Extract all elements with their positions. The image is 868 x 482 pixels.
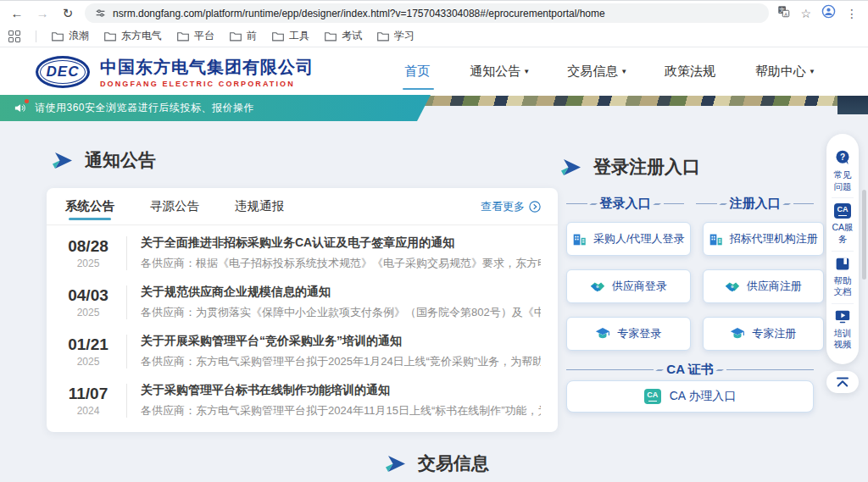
video-play-icon	[834, 309, 851, 324]
collapse-panel-button[interactable]	[826, 371, 859, 393]
trade-info-section-title: 交易信息	[386, 452, 489, 475]
section-arrow-icon	[561, 159, 581, 175]
company-name-en: DONGFANG ELECTRIC CORPORATION	[100, 80, 314, 88]
bookmark-folder[interactable]: 前	[230, 29, 257, 43]
login-register-column-headers: 登录入口 注册入口	[566, 196, 814, 212]
announcement-summary: 各供应商：东方电气采购管理平台拟于2024年11月15日上线“标书在线制作”功能…	[141, 403, 541, 418]
folder-icon	[104, 31, 116, 42]
tab-violation-reports[interactable]: 违规通报	[233, 189, 286, 224]
folder-icon	[377, 31, 389, 42]
purchaser-agent-login-button[interactable]: 采购人/代理人登录	[566, 222, 691, 256]
supplier-login-button[interactable]: 供应商登录	[566, 269, 691, 303]
announcement-date: 01/21 2025	[64, 335, 113, 368]
announcement-row[interactable]: 08/28 2025 关于全面推进非招标采购业务CA认证及电子签章应用的通知 各…	[47, 229, 558, 278]
bookmark-star-icon[interactable]: ☆	[800, 7, 811, 20]
notification-dot	[25, 99, 29, 103]
section-arrow-icon	[386, 456, 405, 472]
bookmark-folder[interactable]: 平台	[177, 29, 214, 43]
expert-login-button[interactable]: 专家登录	[566, 317, 691, 351]
building-icon	[572, 232, 587, 247]
bidding-agency-register-button[interactable]: 招标代理机构注册	[703, 222, 824, 256]
collapse-up-icon	[835, 376, 850, 388]
tab-system-notices[interactable]: 系统公告	[64, 189, 116, 224]
announcement-title: 关于全面推进非招标采购业务CA认证及电子签章应用的通知	[141, 235, 541, 251]
url-text: nsrm.dongfang.com/platform/runtime/epp/d…	[113, 8, 605, 19]
announcements-tabbar: 系统公告 寻源公告 违规通报 查看更多	[47, 188, 558, 225]
announcement-row[interactable]: 11/07 2024 关于采购管理平台标书在线制作功能培训的通知 各供应商：东方…	[47, 376, 558, 425]
bookmark-folder[interactable]: 工具	[272, 29, 309, 43]
announcement-summary: 各供应商：东方电气采购管理平台拟于2025年1月24日上线“竞价采购”业务，为帮…	[141, 354, 541, 369]
ca-badge-icon: CA	[644, 389, 661, 404]
folder-icon	[230, 31, 242, 42]
chevron-down-icon: ▼	[523, 68, 530, 75]
circle-chevron-right-icon	[529, 201, 541, 213]
bookmark-folder[interactable]: 考试	[325, 29, 362, 43]
nav-item-policies[interactable]: 政策法规	[663, 58, 720, 85]
translate-icon[interactable]: 文A	[777, 5, 790, 21]
speaker-icon	[14, 102, 27, 114]
main-nav: 首页 通知公告▼ 交易信息▼ 政策法规 帮助中心▼	[403, 58, 832, 85]
url-bar[interactable]: nsrm.dongfang.com/platform/runtime/epp/d…	[85, 3, 769, 23]
section-arrow-icon	[53, 152, 72, 169]
graduation-cap-icon	[730, 327, 745, 341]
login-register-buttons: 采购人/代理人登录 招标代理机构注册 供应商登录 供应商注册 专家登录 专家注册	[566, 222, 814, 351]
bookmarks-separator	[36, 30, 36, 42]
chevron-down-icon: ▼	[809, 68, 815, 75]
floating-help-panel: ? 常见问题 CA CA服务 帮助文档 培训视频	[826, 134, 859, 364]
svg-text:A: A	[785, 12, 788, 17]
announcement-title: 关于采购管理平台标书在线制作功能培训的通知	[141, 383, 541, 398]
announcement-summary: 各供应商：为贯彻落实《保障中小企业款项支付条例》（国务院令第802号）及《中小企…	[141, 305, 541, 320]
ca-badge-icon: CA	[834, 203, 851, 219]
back-icon[interactable]: ←	[8, 6, 25, 20]
bookmark-folder[interactable]: 东方电气	[104, 29, 162, 43]
ca-certificate-header: CA 证书	[566, 362, 814, 378]
announcement-title: 关于规范供应商企业规模信息的通知	[141, 285, 541, 300]
question-bubble-icon: ?	[834, 149, 851, 166]
chevron-down-icon: ▼	[620, 68, 627, 75]
svg-text:?: ?	[840, 152, 845, 162]
site-settings-icon[interactable]	[95, 8, 106, 19]
ca-entry-button[interactable]: CA CA 办理入口	[566, 380, 814, 413]
ca-service-widget[interactable]: CA CA服务	[832, 197, 854, 250]
view-more-link[interactable]: 查看更多	[481, 199, 541, 214]
nav-item-help-center[interactable]: 帮助中心▼	[754, 58, 817, 85]
nav-item-notices[interactable]: 通知公告▼	[468, 58, 531, 85]
training-videos-widget[interactable]: 培训视频	[832, 303, 854, 356]
dec-logo: DEC	[36, 56, 90, 88]
help-docs-widget[interactable]: 帮助文档	[832, 251, 854, 303]
announcements-section-title: 通知公告	[53, 148, 156, 172]
register-column-header: 注册入口	[696, 196, 814, 212]
supplier-register-button[interactable]: 供应商注册	[703, 269, 824, 303]
announcement-date: 04/03 2025	[64, 286, 113, 319]
tab-sourcing-notices[interactable]: 寻源公告	[148, 189, 201, 224]
announcement-row[interactable]: 04/03 2025 关于规范供应商企业规模信息的通知 各供应商：为贯彻落实《保…	[47, 278, 558, 327]
nav-item-trade-info[interactable]: 交易信息▼	[565, 58, 629, 85]
menu-dots-icon[interactable]: ⋮	[846, 7, 858, 20]
notice-text: 请使用360安全浏览器进行后续投标、报价操作	[35, 101, 254, 115]
announcements-list: 08/28 2025 关于全面推进非招标采购业务CA认证及电子签章应用的通知 各…	[47, 225, 558, 429]
hero-image-corner	[837, 96, 868, 114]
building-icon	[709, 232, 723, 247]
expert-register-button[interactable]: 专家注册	[703, 317, 824, 351]
site-header: DEC 中国东方电气集团有限公司 DONGFANG ELECTRIC CORPO…	[0, 47, 868, 96]
announcement-title: 关于开展采购管理平台“竞价采购业务”培训的通知	[141, 334, 541, 349]
forward-icon[interactable]: →	[34, 6, 51, 20]
browser-notice-banner: 请使用360安全浏览器进行后续投标、报价操作	[0, 95, 431, 121]
folder-icon	[272, 31, 284, 42]
announcement-row[interactable]: 01/21 2025 关于开展采购管理平台“竞价采购业务”培训的通知 各供应商：…	[47, 327, 558, 376]
bookmark-folder[interactable]: 学习	[377, 29, 415, 43]
nav-item-home[interactable]: 首页	[403, 58, 434, 85]
faq-widget[interactable]: ? 常见问题	[832, 144, 854, 197]
folder-icon	[177, 31, 189, 42]
reload-icon[interactable]: ↻	[59, 6, 76, 21]
browser-toolbar: ← → ↻ nsrm.dongfang.com/platform/runtime…	[0, 0, 868, 25]
announcement-date: 08/28 2025	[64, 237, 113, 269]
profile-icon[interactable]	[821, 4, 836, 22]
company-name-cn: 中国东方电气集团有限公司	[100, 56, 314, 79]
announcement-date: 11/07 2024	[64, 385, 113, 417]
folder-icon	[325, 31, 337, 42]
book-icon	[834, 257, 851, 272]
page-scrollbar[interactable]	[862, 190, 866, 280]
bookmark-folder[interactable]: 浪潮	[52, 29, 89, 43]
apps-grid-icon[interactable]	[8, 30, 20, 42]
